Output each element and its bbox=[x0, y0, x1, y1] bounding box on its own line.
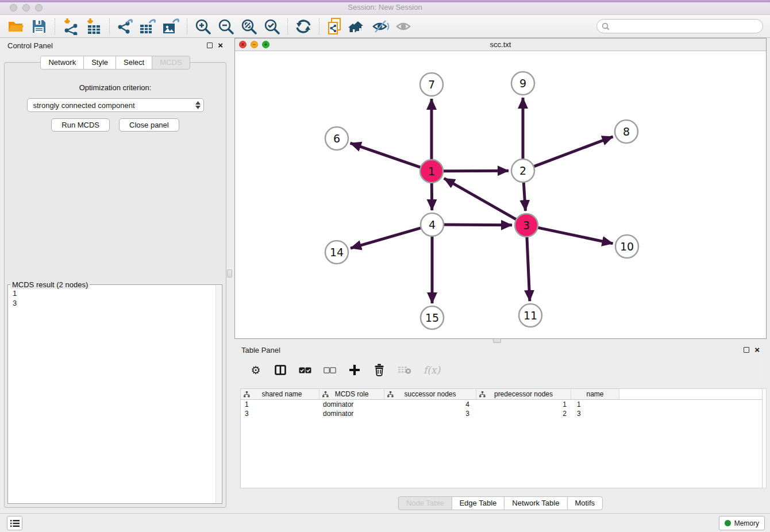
hide-selected-icon[interactable] bbox=[369, 17, 392, 36]
search-box[interactable] bbox=[596, 19, 763, 33]
function-builder-icon[interactable]: f(x) bbox=[424, 363, 440, 377]
network-close-icon[interactable]: × bbox=[239, 41, 247, 48]
table-tabs: Node Table Edge Table Network Table Moti… bbox=[398, 496, 603, 510]
deselect-all-rows-icon[interactable] bbox=[324, 363, 336, 377]
task-history-button[interactable] bbox=[7, 516, 22, 530]
graph-edge-2-3[interactable] bbox=[523, 182, 525, 211]
tab-motifs[interactable]: Motifs bbox=[567, 496, 603, 510]
tab-select[interactable]: Select bbox=[116, 56, 152, 70]
graph-edge-4-3[interactable] bbox=[444, 225, 512, 225]
add-column-plus-icon[interactable] bbox=[348, 363, 361, 377]
hierarchy-icon bbox=[322, 391, 329, 398]
result-scrollbar[interactable] bbox=[215, 286, 221, 503]
network-window-titlebar[interactable]: scc.txt × − + bbox=[235, 38, 766, 51]
mcds-result-title: MCDS result (2 nodes) bbox=[10, 280, 90, 289]
criterion-dropdown[interactable]: strongly connected component bbox=[27, 98, 204, 112]
float-panel-icon[interactable] bbox=[207, 43, 213, 48]
close-table-panel-icon[interactable]: × bbox=[754, 347, 760, 353]
open-session-icon[interactable] bbox=[5, 17, 28, 36]
graph-node-label-1: 1 bbox=[428, 165, 435, 178]
graph-edge-3-1[interactable] bbox=[444, 178, 517, 219]
network-maximize-icon[interactable]: + bbox=[262, 41, 270, 48]
export-network-icon[interactable] bbox=[114, 17, 137, 36]
zoom-fit-icon[interactable] bbox=[237, 17, 260, 36]
zoom-out-icon[interactable] bbox=[214, 17, 237, 36]
search-icon bbox=[602, 22, 610, 30]
table-row[interactable]: 1 dominator 4 1 1 bbox=[241, 400, 762, 409]
first-neighbors-icon[interactable] bbox=[346, 17, 369, 36]
refresh-layout-icon[interactable] bbox=[292, 17, 315, 36]
table-panel: Table Panel × ⚙ f(x) share bbox=[234, 342, 767, 510]
export-table-icon[interactable] bbox=[137, 17, 160, 36]
zoom-selected-icon[interactable] bbox=[260, 17, 283, 36]
graph-node-label-4: 4 bbox=[429, 218, 436, 231]
column-header-name[interactable]: name bbox=[571, 389, 619, 399]
toolbar-separator bbox=[55, 18, 55, 34]
table-settings-gear-icon[interactable]: ⚙ bbox=[249, 363, 262, 377]
hierarchy-icon bbox=[387, 391, 394, 398]
graph-node-label-6: 6 bbox=[333, 132, 340, 145]
app-titlebar: Session: New Session bbox=[0, 0, 770, 15]
graph-node-label-10: 10 bbox=[620, 240, 634, 253]
toolbar-separator bbox=[319, 18, 319, 34]
graph-edge-2-8[interactable] bbox=[534, 137, 613, 167]
column-header-shared-name[interactable]: shared name bbox=[241, 389, 319, 399]
run-mcds-button[interactable]: Run MCDS bbox=[51, 118, 110, 132]
column-header-successor-nodes[interactable]: successor nodes bbox=[384, 389, 476, 399]
network-view-window: scc.txt × − + 7968124314101511 bbox=[234, 38, 767, 339]
memory-status-icon bbox=[725, 520, 731, 526]
column-header-predecessor-nodes[interactable]: predecessor nodes bbox=[476, 389, 571, 399]
export-image-icon[interactable] bbox=[160, 17, 183, 36]
graph-edge-1-2[interactable] bbox=[443, 171, 509, 171]
select-all-rows-icon[interactable] bbox=[299, 363, 311, 377]
app-title: Session: New Session bbox=[0, 3, 770, 11]
tab-node-table[interactable]: Node Table bbox=[398, 496, 452, 510]
search-input[interactable] bbox=[610, 22, 758, 30]
show-columns-icon[interactable] bbox=[274, 363, 287, 377]
graph-edge-1-6[interactable] bbox=[351, 143, 421, 167]
mcds-result-box: MCDS result (2 nodes) 13 bbox=[7, 284, 222, 504]
main-toolbar bbox=[0, 15, 770, 38]
network-minimize-icon[interactable]: − bbox=[251, 41, 258, 48]
column-header-mcds-role[interactable]: MCDS role bbox=[319, 389, 384, 399]
control-panel-tabs: Network Style Select MCDS bbox=[0, 56, 230, 70]
node-table-header: shared name MCDS role successor nodes pr… bbox=[241, 389, 762, 400]
network-graph-canvas[interactable]: 7968124314101511 bbox=[235, 51, 766, 338]
tab-network[interactable]: Network bbox=[40, 56, 84, 70]
graph-node-label-9: 9 bbox=[519, 77, 526, 90]
status-bar: Memory bbox=[0, 513, 770, 532]
control-panel: Control Panel × Network Style Select MCD… bbox=[0, 38, 230, 510]
table-scrollbar[interactable] bbox=[763, 388, 767, 488]
graph-edge-3-11[interactable] bbox=[527, 237, 530, 301]
save-session-icon[interactable] bbox=[28, 17, 51, 36]
tab-mcds[interactable]: MCDS bbox=[152, 56, 190, 70]
tab-edge-table[interactable]: Edge Table bbox=[451, 496, 505, 510]
zoom-in-icon[interactable] bbox=[191, 17, 214, 36]
table-row[interactable]: 3 dominator 3 2 3 bbox=[241, 409, 762, 418]
tab-style[interactable]: Style bbox=[83, 56, 116, 70]
graph-edge-1-4[interactable] bbox=[432, 183, 432, 210]
optimization-criterion-label: Optimization criterion: bbox=[5, 83, 226, 92]
criterion-dropdown-value: strongly connected component bbox=[33, 101, 135, 110]
memory-button[interactable]: Memory bbox=[719, 516, 765, 530]
titlebar-accent bbox=[0, 0, 770, 2]
delete-table-icon[interactable] bbox=[398, 363, 411, 377]
chevron-up-down-icon bbox=[195, 101, 201, 109]
float-table-panel-icon[interactable] bbox=[744, 347, 749, 353]
clone-network-icon[interactable] bbox=[324, 17, 346, 36]
import-network-icon[interactable] bbox=[59, 17, 82, 36]
graph-edge-4-14[interactable] bbox=[351, 228, 421, 249]
show-all-icon[interactable] bbox=[392, 17, 415, 36]
graph-edge-3-10[interactable] bbox=[538, 228, 613, 244]
import-table-icon[interactable] bbox=[82, 17, 105, 36]
close-panel-button[interactable]: Close panel bbox=[119, 118, 179, 132]
graph-node-label-11: 11 bbox=[523, 309, 537, 322]
table-panel-title: Table Panel bbox=[241, 346, 280, 354]
tab-network-table[interactable]: Network Table bbox=[504, 496, 567, 510]
vertical-splitter-grip[interactable] bbox=[227, 269, 232, 277]
delete-column-trash-icon[interactable] bbox=[373, 363, 386, 377]
close-panel-icon[interactable]: × bbox=[218, 43, 223, 48]
hierarchy-icon bbox=[479, 391, 486, 398]
graph-node-label-8: 8 bbox=[623, 125, 630, 138]
graph-node-label-3: 3 bbox=[523, 219, 530, 232]
